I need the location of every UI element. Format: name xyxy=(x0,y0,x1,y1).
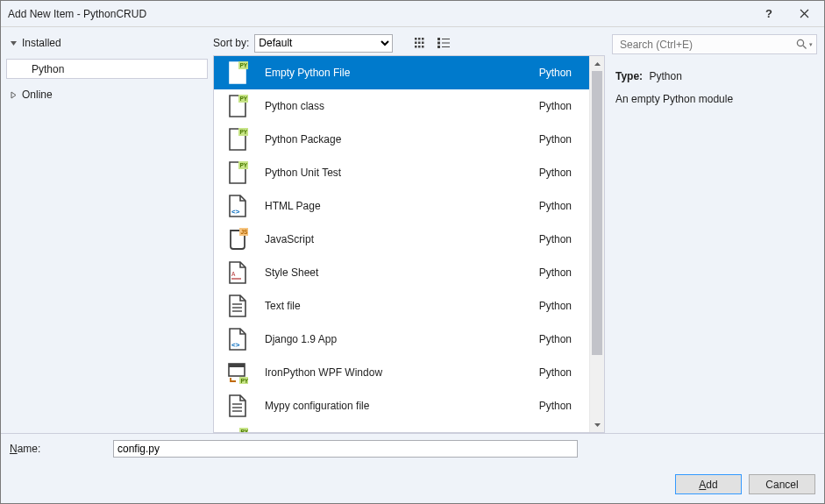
py-file-icon: PY xyxy=(226,61,249,84)
name-row: Name: xyxy=(10,439,815,458)
scroll-track[interactable] xyxy=(590,71,604,417)
svg-rect-6 xyxy=(415,46,417,48)
sort-by-label: Sort by: xyxy=(213,37,249,49)
template-lang: Python xyxy=(539,133,572,146)
template-lang: Python xyxy=(539,233,572,245)
wpf-file-icon: PY xyxy=(226,361,249,384)
template-row[interactable]: JS JavaScriptPython xyxy=(214,223,589,256)
template-list[interactable]: PY Empty Python FilePython PY Python cla… xyxy=(214,56,589,432)
tree-item-label: Python xyxy=(32,63,64,75)
template-area: PY Empty Python FilePython PY Python cla… xyxy=(213,55,605,433)
template-lang: Python xyxy=(539,167,572,179)
search-icon[interactable] xyxy=(796,39,807,50)
scroll-up-button[interactable] xyxy=(590,56,604,71)
view-medium-icons-button[interactable] xyxy=(412,35,430,51)
svg-rect-14 xyxy=(442,46,450,47)
template-lang: Python xyxy=(539,333,572,345)
svg-text:PY: PY xyxy=(240,162,248,168)
svg-rect-10 xyxy=(442,39,450,39)
svg-rect-7 xyxy=(418,46,421,48)
svg-rect-12 xyxy=(442,43,450,44)
svg-text:JS: JS xyxy=(241,229,249,235)
cancel-button[interactable]: Cancel xyxy=(749,474,815,494)
template-name: Style Sheet xyxy=(265,266,539,279)
template-row[interactable]: A Style SheetPython xyxy=(214,256,589,289)
template-row[interactable]: PY Web Role Support FilesPython xyxy=(214,422,589,432)
template-row[interactable]: Mypy configuration filePython xyxy=(214,389,589,422)
template-lang: Python xyxy=(539,300,572,312)
chevron-down-icon xyxy=(10,39,18,47)
name-input[interactable] xyxy=(113,440,578,458)
html-file-icon: <> xyxy=(226,328,249,351)
svg-text:PY: PY xyxy=(240,129,248,135)
py-file-icon: PY xyxy=(226,95,249,117)
template-lang: Python xyxy=(539,100,572,112)
template-lang: Python xyxy=(539,400,572,412)
css-file-icon: A xyxy=(226,261,249,284)
py-file-icon: PY xyxy=(226,128,249,151)
sort-by-select[interactable]: Default xyxy=(254,34,393,53)
tree-item-online[interactable]: Online xyxy=(1,86,213,103)
svg-rect-13 xyxy=(437,46,440,48)
scroll-down-button[interactable] xyxy=(590,417,604,432)
search-box[interactable]: ▾ xyxy=(612,34,817,54)
type-value: Python xyxy=(649,70,681,82)
help-button[interactable]: ? xyxy=(753,1,785,26)
template-name: JavaScript xyxy=(265,233,539,245)
scroll-thumb[interactable] xyxy=(592,71,602,355)
tree-item-label: Installed xyxy=(22,37,61,49)
template-name: Mypy configuration file xyxy=(265,400,539,412)
text-file-icon xyxy=(226,295,249,317)
grid-icon xyxy=(415,38,427,48)
svg-rect-1 xyxy=(418,38,421,40)
template-row[interactable]: PY Empty Python FilePython xyxy=(214,56,589,89)
add-button[interactable]: Add xyxy=(675,474,742,494)
detail-body: Type: Python An empty Python module xyxy=(612,54,817,105)
template-row[interactable]: PY Python classPython xyxy=(214,89,589,123)
details-panel: ▾ Type: Python An empty Python module xyxy=(605,27,824,433)
template-row[interactable]: PY IronPython WPF WindowPython xyxy=(214,356,589,389)
template-row[interactable]: <> HTML PagePython xyxy=(214,189,589,223)
footer: Name: Add Cancel xyxy=(1,433,824,503)
template-name: Empty Python File xyxy=(265,67,539,79)
svg-point-44 xyxy=(797,39,803,46)
svg-rect-5 xyxy=(422,42,424,45)
web-file-icon: PY xyxy=(226,428,249,432)
template-name: Python Package xyxy=(265,133,539,146)
template-name: Text file xyxy=(265,300,539,312)
template-row[interactable]: <> Django 1.9 AppPython xyxy=(214,323,589,356)
template-row[interactable]: PY Python PackagePython xyxy=(214,123,589,156)
list-icon xyxy=(437,38,450,48)
svg-text:PY: PY xyxy=(240,96,248,102)
template-lang: Python xyxy=(539,67,572,79)
tree-item-installed[interactable]: Installed xyxy=(1,34,213,52)
py-file-icon: PY xyxy=(226,161,249,184)
template-row[interactable]: PY Python Unit TestPython xyxy=(214,156,589,189)
svg-rect-11 xyxy=(437,42,440,45)
template-name: HTML Page xyxy=(265,200,539,212)
svg-rect-33 xyxy=(229,364,245,367)
svg-text:<>: <> xyxy=(231,341,240,349)
search-dropdown-icon[interactable]: ▾ xyxy=(809,41,813,48)
type-label: Type: xyxy=(615,70,643,82)
window-controls: ? xyxy=(753,1,824,26)
template-row[interactable]: Text filePython xyxy=(214,289,589,323)
view-small-icons-button[interactable] xyxy=(435,35,452,51)
search-input[interactable] xyxy=(618,38,796,52)
template-lang: Python xyxy=(539,366,572,379)
close-button[interactable] xyxy=(785,1,824,26)
toolbar: Sort by: Default xyxy=(213,27,605,55)
svg-text:<>: <> xyxy=(231,208,240,216)
tree-item-python[interactable]: Python xyxy=(6,59,208,79)
vertical-scrollbar[interactable] xyxy=(589,56,604,432)
title-bar: Add New Item - PythonCRUD ? xyxy=(1,1,824,27)
svg-rect-9 xyxy=(437,38,440,40)
chevron-right-icon xyxy=(10,91,18,99)
sidebar: Installed Python Online xyxy=(1,27,213,433)
type-description: An empty Python module xyxy=(615,93,814,105)
svg-rect-0 xyxy=(415,38,417,40)
template-lang: Python xyxy=(539,200,572,212)
svg-text:PY: PY xyxy=(241,378,249,384)
tree-item-label: Online xyxy=(22,89,53,101)
window-title: Add New Item - PythonCRUD xyxy=(8,8,146,20)
